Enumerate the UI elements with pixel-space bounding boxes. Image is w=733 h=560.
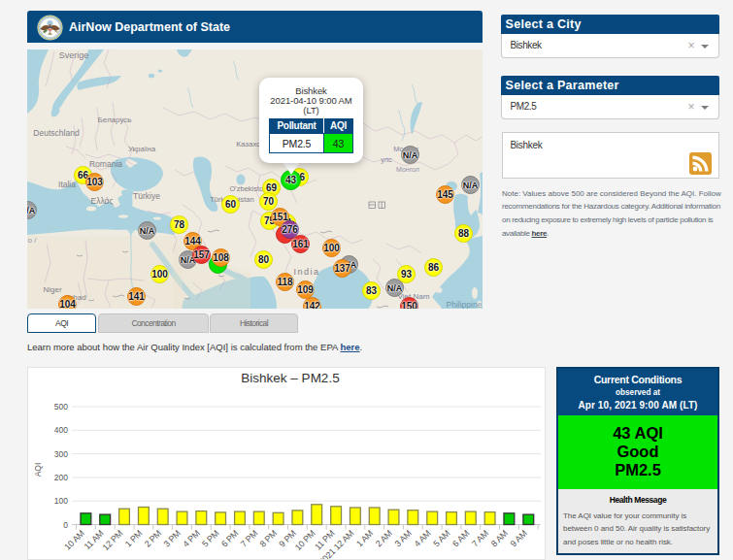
svg-text:200: 200 xyxy=(54,473,68,482)
svg-text:3 AM: 3 AM xyxy=(393,528,414,548)
svg-text:500: 500 xyxy=(54,402,68,412)
svg-text:1 AM: 1 AM xyxy=(354,528,375,548)
svg-text:Italia: Italia xyxy=(58,180,76,189)
svg-text:Ελλάς: Ελλάς xyxy=(90,196,113,206)
svg-text:3 PM: 3 PM xyxy=(162,528,183,548)
svg-text:2 AM: 2 AM xyxy=(374,528,394,548)
svg-text:4 PM: 4 PM xyxy=(181,528,201,548)
svg-text:o /: o / xyxy=(28,236,38,245)
svg-text:8 PM: 8 PM xyxy=(258,528,279,548)
svg-text:400: 400 xyxy=(54,425,68,435)
svg-text:Беларусь: Беларусь xyxy=(98,115,132,124)
svg-text:Deutschland: Deutschland xyxy=(33,128,80,138)
svg-text:Niger: Niger xyxy=(43,285,61,294)
svg-text:AQI: AQI xyxy=(33,463,43,478)
svg-text:12 PM: 12 PM xyxy=(101,528,125,552)
svg-text:2 PM: 2 PM xyxy=(143,528,163,548)
svg-text:300: 300 xyxy=(54,449,68,459)
svg-text:6 PM: 6 PM xyxy=(219,528,240,548)
svg-text:6 AM: 6 AM xyxy=(450,528,471,548)
svg-text:7 PM: 7 PM xyxy=(239,528,259,548)
svg-text:Romania: Romania xyxy=(89,159,122,169)
svg-text:7 AM: 7 AM xyxy=(470,528,490,548)
svg-text:0: 0 xyxy=(63,520,68,530)
svg-text:4 AM: 4 AM xyxy=(413,528,433,548)
svg-text:Bishkek – PM2.5: Bishkek – PM2.5 xyxy=(241,371,339,385)
svg-text:Монгол: Монгол xyxy=(396,166,419,173)
svg-text:Türkiye: Türkiye xyxy=(133,191,160,201)
svg-text:9 AM: 9 AM xyxy=(509,528,529,548)
svg-text:5 AM: 5 AM xyxy=(431,528,451,548)
svg-text:100: 100 xyxy=(54,496,68,506)
svg-text:10 PM: 10 PM xyxy=(293,528,317,552)
svg-text:5 PM: 5 PM xyxy=(200,528,220,548)
svg-text:Україна: Україна xyxy=(128,145,156,153)
svg-text:India: India xyxy=(293,267,319,277)
svg-text:8 AM: 8 AM xyxy=(489,528,510,548)
svg-text:10 AM: 10 AM xyxy=(62,528,85,551)
svg-text:Sverige: Sverige xyxy=(59,50,89,60)
svg-text:Philippine: Philippine xyxy=(447,300,483,309)
svg-text:улс: улс xyxy=(381,155,392,164)
svg-text:1 PM: 1 PM xyxy=(123,528,144,548)
